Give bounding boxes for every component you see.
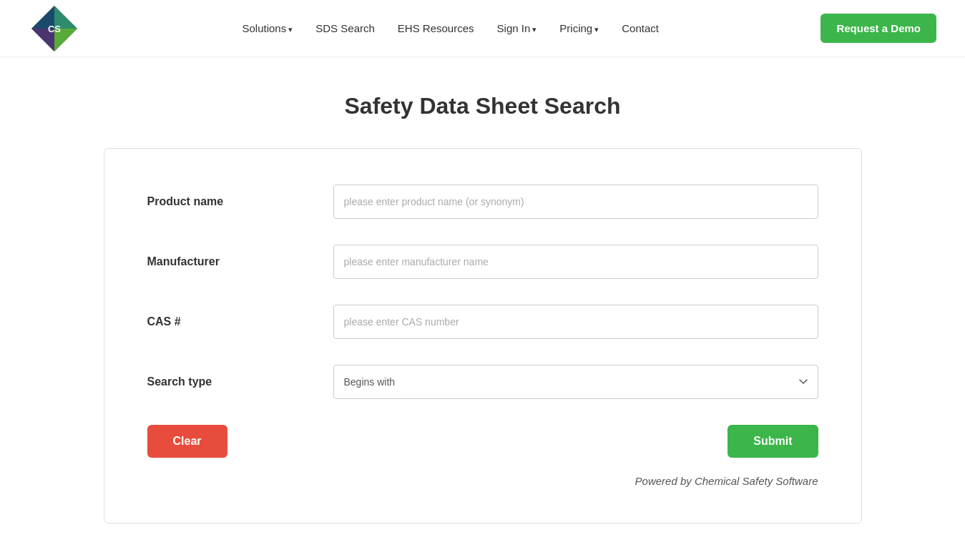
request-demo-button[interactable]: Request a Demo [821, 14, 936, 43]
manufacturer-label: Manufacturer [147, 255, 333, 268]
nav-item-solutions[interactable]: Solutions [243, 22, 293, 35]
page-title: Safety Data Sheet Search [104, 93, 862, 119]
nav-item-sds-search[interactable]: SDS Search [315, 22, 375, 35]
form-buttons-row: Clear Submit [147, 425, 818, 458]
powered-by-text: Powered by Chemical Safety Software [147, 475, 818, 487]
cas-input[interactable] [333, 305, 818, 339]
logo[interactable]: CS [29, 3, 80, 54]
navigation: CS Solutions SDS Search EHS Resources Si… [0, 0, 965, 57]
search-type-select[interactable]: Begins with Contains Exact match [333, 365, 818, 399]
nav-item-pricing[interactable]: Pricing [559, 22, 599, 35]
cas-label: CAS # [147, 315, 333, 328]
cas-row: CAS # [147, 305, 818, 339]
search-type-label: Search type [147, 375, 333, 388]
nav-item-sign-in[interactable]: Sign In [497, 22, 537, 35]
manufacturer-row: Manufacturer [147, 245, 818, 279]
clear-button[interactable]: Clear [147, 425, 227, 458]
product-name-row: Product name [147, 185, 818, 219]
main-content: Safety Data Sheet Search Product name Ma… [89, 57, 876, 560]
search-type-row: Search type Begins with Contains Exact m… [147, 365, 818, 399]
nav-links: Solutions SDS Search EHS Resources Sign … [243, 22, 659, 35]
nav-item-contact[interactable]: Contact [622, 22, 659, 35]
submit-button[interactable]: Submit [728, 425, 818, 458]
nav-item-ehs-resources[interactable]: EHS Resources [398, 22, 474, 35]
svg-text:CS: CS [48, 24, 61, 34]
manufacturer-input[interactable] [333, 245, 818, 279]
search-form-card: Product name Manufacturer CAS # Search t… [104, 148, 862, 524]
product-name-input[interactable] [333, 185, 818, 219]
product-name-label: Product name [147, 195, 333, 208]
